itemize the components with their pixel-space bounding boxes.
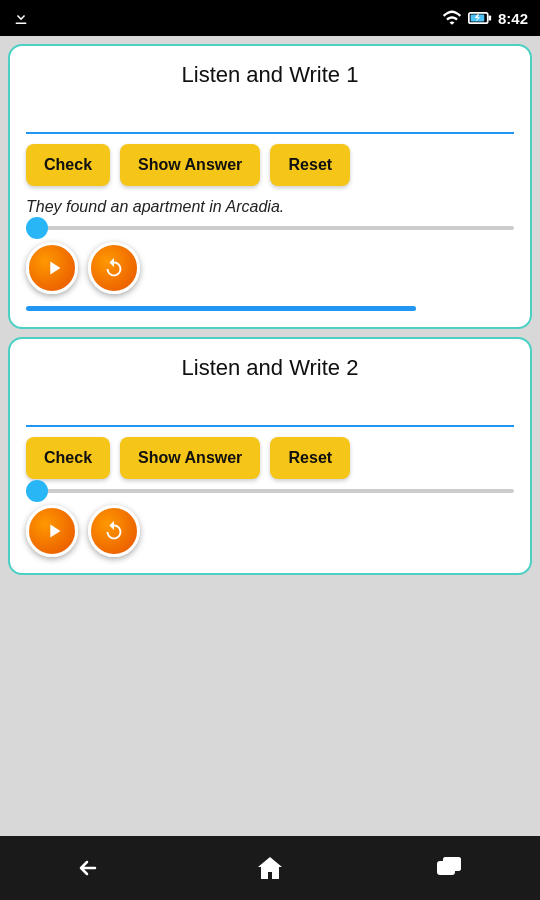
back-icon (75, 856, 105, 880)
card-2: Listen and Write 2 Check Show Answer Res… (8, 337, 532, 575)
card-1-replay-button[interactable] (88, 242, 140, 294)
card-2-show-answer-button[interactable]: Show Answer (120, 437, 260, 479)
main-content: Listen and Write 1 Check Show Answer Res… (0, 36, 540, 836)
nav-bar (0, 836, 540, 900)
home-icon (256, 855, 284, 881)
replay-icon (103, 257, 125, 279)
play-icon (43, 257, 65, 279)
card-1-check-button[interactable]: Check (26, 144, 110, 186)
card-1: Listen and Write 1 Check Show Answer Res… (8, 44, 532, 329)
card-1-input[interactable] (26, 98, 514, 134)
card-1-show-answer-button[interactable]: Show Answer (120, 144, 260, 186)
card-1-progress-dot (26, 217, 48, 239)
download-icon (12, 9, 30, 27)
wifi-icon (442, 10, 462, 26)
card-1-title: Listen and Write 1 (26, 62, 514, 88)
play-icon (43, 520, 65, 542)
card-2-progress-dot (26, 480, 48, 502)
card-1-answer-text: They found an apartment in Arcadia. (26, 198, 514, 216)
recent-apps-button[interactable] (425, 843, 475, 893)
card-2-replay-button[interactable] (88, 505, 140, 557)
card-1-play-button[interactable] (26, 242, 78, 294)
svg-rect-2 (489, 15, 492, 20)
card-1-progress-track[interactable] (26, 226, 514, 230)
recent-apps-icon (437, 857, 463, 879)
card-2-check-button[interactable]: Check (26, 437, 110, 479)
status-right: 8:42 (442, 10, 528, 27)
svg-rect-5 (444, 858, 460, 870)
card-1-bottom-progress (26, 306, 416, 311)
back-button[interactable] (65, 843, 115, 893)
status-left (12, 9, 30, 27)
card-1-audio-player (26, 226, 514, 311)
card-2-reset-button[interactable]: Reset (270, 437, 350, 479)
card-1-button-row: Check Show Answer Reset (26, 144, 514, 186)
card-2-play-button[interactable] (26, 505, 78, 557)
card-2-audio-controls (26, 505, 514, 557)
status-bar: 8:42 (0, 0, 540, 36)
card-2-title: Listen and Write 2 (26, 355, 514, 381)
card-2-audio-player (26, 489, 514, 557)
battery-icon (468, 11, 492, 25)
card-2-button-row: Check Show Answer Reset (26, 437, 514, 479)
card-1-reset-button[interactable]: Reset (270, 144, 350, 186)
card-1-audio-controls (26, 242, 514, 294)
card-2-input[interactable] (26, 391, 514, 427)
status-time: 8:42 (498, 10, 528, 27)
card-2-progress-track[interactable] (26, 489, 514, 493)
replay-icon (103, 520, 125, 542)
home-button[interactable] (245, 843, 295, 893)
